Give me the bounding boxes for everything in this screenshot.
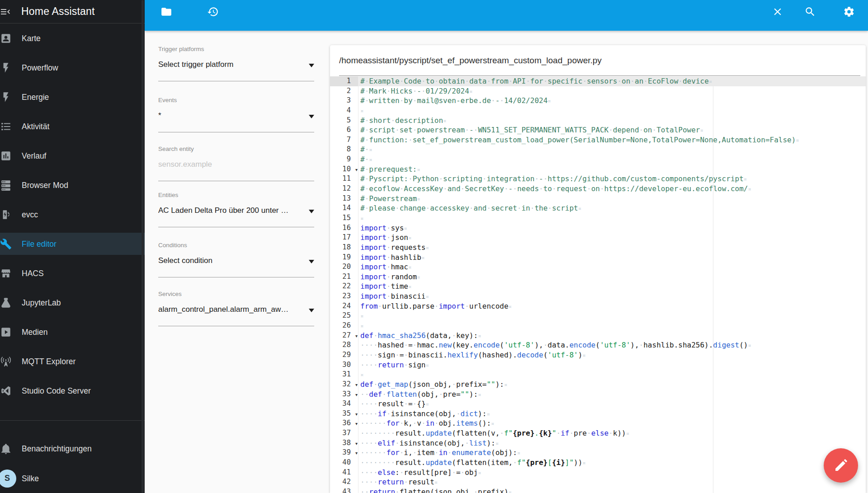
sidebar-item-jupyterlab[interactable]: JupyterLab — [0, 288, 145, 317]
code-line[interactable]: 12#·ecoflow·AccessKey·and·SecretKey·-·ne… — [330, 184, 866, 194]
code-line[interactable]: 2#·Mark·Hicks·-·01/29/2024¤ — [330, 86, 866, 96]
code-line[interactable]: 11#·Pyscript:·Python·scripting·integrati… — [330, 174, 866, 184]
code-line[interactable]: 26¤ — [330, 321, 866, 331]
line-number: 13 — [330, 194, 358, 204]
code-line[interactable]: 42····return·result¤ — [330, 477, 866, 487]
code-line[interactable]: 24from·urllib.parse·import·urlencode¤ — [330, 301, 866, 311]
dropdown-arrow-icon[interactable] — [309, 210, 314, 213]
dropdown-arrow-icon[interactable] — [309, 309, 314, 312]
eol-marker: ¤ — [509, 489, 512, 493]
code-editor[interactable]: 1#·Example·Code·to·obtain·data·from·API·… — [330, 76, 866, 493]
code-line[interactable]: 16import·sys¤ — [330, 223, 866, 233]
sidebar-item-medien[interactable]: Medien — [0, 317, 145, 347]
dropdown-arrow-icon[interactable] — [309, 260, 314, 263]
sidebar-item-silke[interactable]: SSilke — [0, 464, 145, 493]
code-line[interactable]: 31¤ — [330, 370, 866, 380]
code-line[interactable]: 9#·¤ — [330, 155, 866, 164]
code-line[interactable]: 29····sign·=·binascii.hexlify(hashed).de… — [330, 350, 866, 360]
code-line[interactable]: 30····return·sign¤ — [330, 360, 866, 370]
code-line[interactable]: 23import·binascii¤ — [330, 291, 866, 301]
code-line[interactable]: 41····else:·result[pre]·=·obj¤ — [330, 468, 866, 478]
sidebar-item-mqtt-explorer[interactable]: MQTT Explorer — [0, 347, 145, 376]
search-icon[interactable] — [804, 6, 816, 18]
sidebar-item-verlauf[interactable]: Verlauf — [0, 141, 145, 170]
events-select[interactable]: * — [158, 111, 306, 120]
sidebar-item-aktivitaet[interactable]: Aktivität — [0, 112, 145, 141]
line-number: 21 — [330, 272, 358, 282]
dropdown-arrow-icon[interactable] — [309, 64, 314, 67]
trigger-platforms-select[interactable]: Select trigger platform — [158, 60, 306, 69]
close-icon[interactable] — [772, 6, 783, 18]
sidebar-item-karte[interactable]: Karte — [0, 23, 145, 53]
code-line[interactable]: 3#·written·by·mail@sven-erbe.de·-·14/02/… — [330, 96, 866, 106]
line-number: 34 — [330, 399, 358, 409]
sidebar-item-label: evcc — [22, 210, 38, 219]
code-line[interactable]: 6#·script·set·powerstream·-·WN511_SET_PE… — [330, 125, 866, 135]
folder-icon[interactable] — [160, 6, 172, 18]
code-line[interactable]: 13#·Powerstream¤ — [330, 194, 866, 204]
code-line[interactable]: 17import·json¤ — [330, 233, 866, 243]
fold-arrow-icon[interactable]: ▾ — [355, 409, 358, 419]
fold-arrow-icon[interactable]: ▾ — [355, 165, 358, 175]
sidebar-item-benachrichtigungen[interactable]: Benachrichtigungen — [0, 434, 145, 463]
fold-arrow-icon[interactable]: ▾ — [355, 448, 358, 458]
code-line[interactable]: 7#·function:·set_ef_powerstream_custom_l… — [330, 135, 866, 145]
code-line[interactable]: 37········result.update(flatten(v,·f"{pr… — [330, 428, 866, 438]
services-select[interactable]: alarm_control_panel.alarm_arm_aw… — [158, 305, 306, 314]
fold-arrow-icon[interactable]: ▾ — [355, 331, 358, 341]
code-line[interactable]: 43··return·flatten(json_obj,·prefix)¤ — [330, 487, 866, 493]
code-line[interactable]: 39▾······for·i,·item·in·enumerate(obj):¤ — [330, 448, 866, 458]
code-line[interactable]: 25¤ — [330, 311, 866, 321]
code-line[interactable]: 15¤ — [330, 213, 866, 223]
eol-marker: ¤ — [426, 362, 429, 369]
code-line[interactable]: 8#·¤ — [330, 145, 866, 155]
code-line[interactable]: 32▾def·get_map(json_obj,·prefix=""):¤ — [330, 380, 866, 390]
code-line[interactable]: 35▾····if·isinstance(obj,·dict):¤ — [330, 409, 866, 419]
code-line[interactable]: 19import·hashlib¤ — [330, 253, 866, 263]
code-line[interactable]: 34····result·=·{}¤ — [330, 399, 866, 409]
sidebar-scrollbar[interactable] — [142, 0, 144, 493]
code-line-content: #·function:·set_ef_powerstream_custom_lo… — [358, 135, 866, 145]
entities-select[interactable]: AC Laden Delta Pro über 200 unter … — [158, 206, 306, 215]
settings-icon[interactable] — [843, 6, 855, 18]
code-line[interactable]: 36▾······for·k,·v·in·obj.items():¤ — [330, 418, 866, 428]
code-line[interactable]: 27▾def·hmac_sha256(data,·key):¤ — [330, 331, 866, 341]
menu-open-icon[interactable] — [0, 6, 11, 17]
code-line[interactable]: 18import·requests¤ — [330, 243, 866, 253]
code-line[interactable]: 4¤ — [330, 106, 866, 116]
code-line[interactable]: 20import·hmac¤ — [330, 262, 866, 272]
line-number: 38▾ — [330, 438, 358, 448]
sidebar-item-browser-mod[interactable]: Browser Mod — [0, 170, 145, 200]
sidebar-item-powerflow[interactable]: Powerflow — [0, 53, 145, 82]
code-line[interactable]: 10▾#·prerequest:¤ — [330, 164, 866, 174]
dropdown-arrow-icon[interactable] — [309, 115, 314, 118]
code-line[interactable]: 21import·random¤ — [330, 272, 866, 282]
line-number: 32▾ — [330, 380, 358, 390]
sidebar-item-evcc[interactable]: evcc — [0, 200, 145, 229]
sidebar-item-hacs[interactable]: HACS — [0, 258, 145, 288]
file-path-field[interactable]: /homeassistant/pyscript/set_ef_powerstre… — [339, 45, 860, 76]
code-line[interactable]: 14#·please·change·accesskey·and·secret·i… — [330, 203, 866, 213]
fold-arrow-icon[interactable]: ▾ — [355, 419, 358, 429]
conditions-select[interactable]: Select condition — [158, 256, 306, 265]
code-line[interactable]: 28····hashed·=·hmac.new(key.encode('utf-… — [330, 340, 866, 350]
code-line[interactable]: 22import·time¤ — [330, 282, 866, 291]
fold-arrow-icon[interactable]: ▾ — [355, 390, 358, 400]
fold-arrow-icon[interactable]: ▾ — [355, 439, 358, 449]
line-number: 24 — [330, 301, 358, 311]
code-line[interactable]: 5#·short·description¤ — [330, 116, 866, 126]
line-number: 10▾ — [330, 164, 358, 174]
code-line[interactable]: 1#·Example·Code·to·obtain·data·from·API·… — [330, 76, 866, 86]
code-line[interactable]: 40········result.update(flatten(item,·f"… — [330, 458, 866, 468]
edit-fab-button[interactable] — [824, 448, 858, 483]
code-line[interactable]: 38▾····elif·isinstance(obj,·list):¤ — [330, 438, 866, 448]
fold-arrow-icon[interactable]: ▾ — [355, 380, 358, 390]
history-icon[interactable] — [207, 6, 219, 18]
sidebar-item-energie[interactable]: Energie — [0, 82, 145, 112]
sidebar-item-studio-code-server[interactable]: Studio Code Server — [0, 376, 145, 405]
line-number: 39▾ — [330, 448, 358, 458]
sidebar-item-file-editor[interactable]: File editor — [0, 229, 145, 258]
sidebar-item-label: Benachrichtigungen — [22, 444, 92, 453]
code-line[interactable]: 33▾··def·flatten(obj,·pre=""):¤ — [330, 390, 866, 399]
search-entity-input[interactable]: sensor.example — [158, 160, 306, 169]
